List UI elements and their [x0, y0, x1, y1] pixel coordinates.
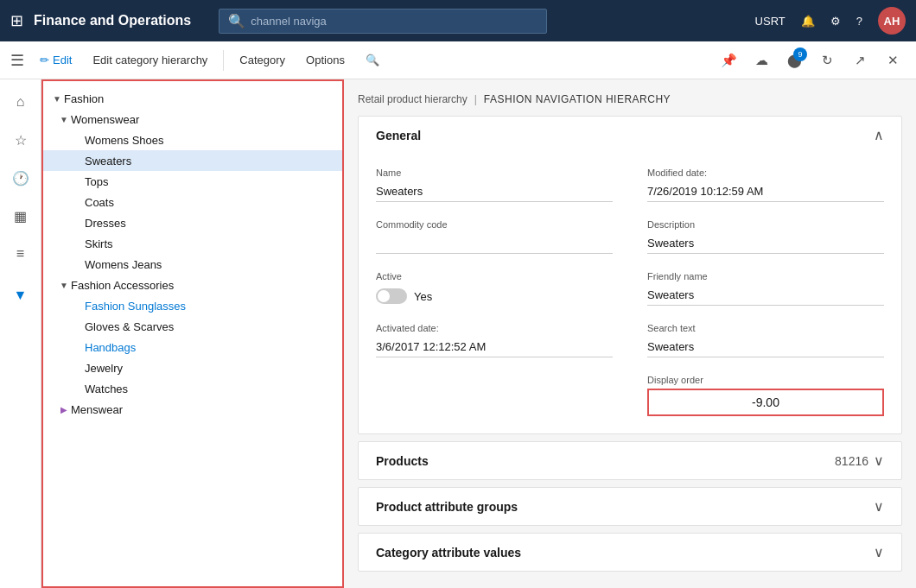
breadcrumb-part2: FASHION NAVIGATION HIERARCHY [484, 93, 671, 105]
product-attr-section-header[interactable]: Product attribute groups ∨ [359, 488, 901, 525]
description-value[interactable]: Sweaters [647, 233, 884, 254]
leaf-icon-tops [71, 174, 85, 188]
name-value[interactable]: Sweaters [376, 181, 613, 202]
detail-panel: Retail product hierarchy | FASHION NAVIG… [344, 79, 916, 588]
expand-icon-fashion: ▼ [50, 92, 64, 105]
category-attr-title: Category attribute values [376, 546, 521, 560]
settings-icon[interactable]: ⚙ [830, 15, 841, 28]
name-label: Name [376, 168, 613, 178]
app-title: Finance and Operations [34, 13, 191, 28]
leaf-icon-jewelry [71, 361, 85, 375]
commodity-value[interactable] [376, 233, 613, 254]
breadcrumb: Retail product hierarchy | FASHION NAVIG… [358, 93, 902, 105]
product-attr-chevron-icon: ∨ [874, 498, 884, 515]
tree-item-handbags[interactable]: Handbags [43, 337, 342, 357]
edit-button[interactable]: ✏ Edit [31, 50, 80, 70]
activated-field: Activated date: 3/6/2017 12:12:52 AM [376, 323, 613, 357]
description-field: Description Sweaters [647, 219, 884, 254]
options-button[interactable]: Options [297, 50, 353, 70]
general-form-grid: Name Sweaters Modified date: 7/26/2019 1… [376, 168, 884, 416]
modified-label: Modified date: [647, 168, 884, 178]
category-button[interactable]: Category [231, 50, 294, 70]
products-section-header[interactable]: Products 81216 ∨ [359, 442, 901, 479]
edit-pencil-icon: ✏ [40, 54, 49, 66]
filter-icon[interactable]: ▼ [5, 280, 36, 311]
leaf-icon-handbags [71, 340, 85, 354]
toggle-knob [378, 290, 390, 302]
tree-item-fashion-accessories[interactable]: ▼ Fashion Accessories [43, 275, 342, 295]
refresh-icon[interactable]: ↻ [814, 47, 840, 73]
commodity-field: Commodity code [376, 219, 613, 254]
general-section: General ∧ Name Sweaters Modified date: 7… [358, 116, 902, 434]
tree-item-gloves-scarves[interactable]: Gloves & Scarves [43, 316, 342, 337]
leaf-icon-sweaters [71, 154, 85, 168]
products-section: Products 81216 ∨ [358, 441, 902, 480]
friendly-label: Friendly name [647, 271, 884, 281]
tree-item-womens-shoes[interactable]: Womens Shoes [43, 130, 342, 150]
tree-item-womenswear[interactable]: ▼ Womenswear [43, 109, 342, 130]
category-attr-section-header[interactable]: Category attribute values ∨ [359, 534, 901, 571]
clock-icon[interactable]: 🕐 [5, 162, 36, 193]
tree-item-womens-jeans[interactable]: Womens Jeans [43, 254, 342, 275]
active-label: Active [376, 271, 613, 281]
tree-panel: ▼ Fashion ▼ Womenswear Womens Shoes Swea… [41, 79, 344, 588]
tree-item-fashion[interactable]: ▼ Fashion [43, 88, 342, 109]
tree-item-fashion-sunglasses[interactable]: Fashion Sunglasses [43, 295, 342, 316]
expand-icon-womenswear: ▼ [57, 112, 71, 126]
star-icon[interactable]: ☆ [5, 124, 36, 155]
tree-item-jewelry[interactable]: Jewelry [43, 357, 342, 378]
breadcrumb-separator: | [474, 93, 477, 105]
user-label: USRT [755, 15, 786, 28]
topbar-right: USRT 🔔 ⚙ ? AH [755, 7, 906, 35]
pin-icon[interactable]: 📌 [716, 47, 741, 73]
separator-1 [223, 50, 224, 71]
display-order-value[interactable]: -9.00 [647, 389, 884, 416]
tree-item-sweaters[interactable]: Sweaters [43, 150, 342, 171]
tree-item-dresses[interactable]: Dresses [43, 212, 342, 233]
external-link-icon[interactable]: ↗ [847, 47, 873, 73]
close-icon[interactable]: ✕ [880, 47, 906, 73]
home-icon[interactable]: ⌂ [5, 86, 36, 117]
active-field: Active Yes [376, 271, 613, 306]
search-box[interactable]: 🔍 [219, 9, 547, 34]
products-count: 81216 [835, 454, 868, 468]
general-section-header[interactable]: General ∧ [359, 117, 901, 154]
products-chevron-icon: ∨ [874, 452, 884, 469]
search-toolbar-btn[interactable]: 🔍 [357, 50, 388, 70]
search-input[interactable] [251, 15, 538, 28]
bell-icon[interactable]: 🔔 [801, 15, 815, 28]
active-toggle[interactable] [376, 288, 407, 304]
tree-item-menswear[interactable]: ▶ Menswear [43, 399, 342, 420]
tree-item-watches[interactable]: Watches [43, 378, 342, 399]
leaf-icon-watches [71, 382, 85, 395]
search-text-value[interactable]: Sweaters [647, 337, 884, 357]
category-attr-section: Category attribute values ∨ [358, 533, 902, 572]
expand-icon-fashion-accessories: ▼ [57, 278, 71, 292]
friendly-value[interactable]: Sweaters [647, 285, 884, 306]
edit-category-hierarchy-button[interactable]: Edit category hierarchy [84, 50, 216, 70]
list-icon[interactable]: ≡ [5, 238, 36, 269]
commodity-label: Commodity code [376, 219, 613, 230]
name-field: Name Sweaters [376, 168, 613, 202]
activated-value: 3/6/2017 12:12:52 AM [376, 337, 613, 357]
friendly-field: Friendly name Sweaters [647, 271, 884, 306]
activated-label: Activated date: [376, 323, 613, 333]
search-text-field: Search text Sweaters [647, 323, 884, 357]
help-icon[interactable]: ? [856, 15, 862, 28]
sidebar-icons: ⌂ ☆ 🕐 ▦ ≡ ▼ [0, 79, 41, 588]
toolbar-right-icons: 📌 ☁ ⬤ 9 ↻ ↗ ✕ [716, 47, 906, 73]
tree-item-tops[interactable]: Tops [43, 171, 342, 192]
grid-icon[interactable]: ▦ [5, 200, 36, 231]
category-attr-chevron-icon: ∨ [874, 544, 884, 560]
menu-icon[interactable]: ☰ [10, 51, 24, 70]
modified-field: Modified date: 7/26/2019 10:12:59 AM [647, 168, 884, 202]
apps-icon[interactable]: ⊞ [10, 11, 23, 30]
leaf-icon-skirts [71, 237, 85, 250]
search-text-label: Search text [647, 323, 884, 333]
display-order-field: Display order -9.00 [647, 375, 884, 416]
tree-item-coats[interactable]: Coats [43, 192, 342, 212]
tree-item-skirts[interactable]: Skirts [43, 233, 342, 254]
leaf-icon-womens-shoes [71, 133, 85, 147]
avatar[interactable]: AH [878, 7, 906, 35]
cloud-icon[interactable]: ☁ [748, 47, 774, 73]
